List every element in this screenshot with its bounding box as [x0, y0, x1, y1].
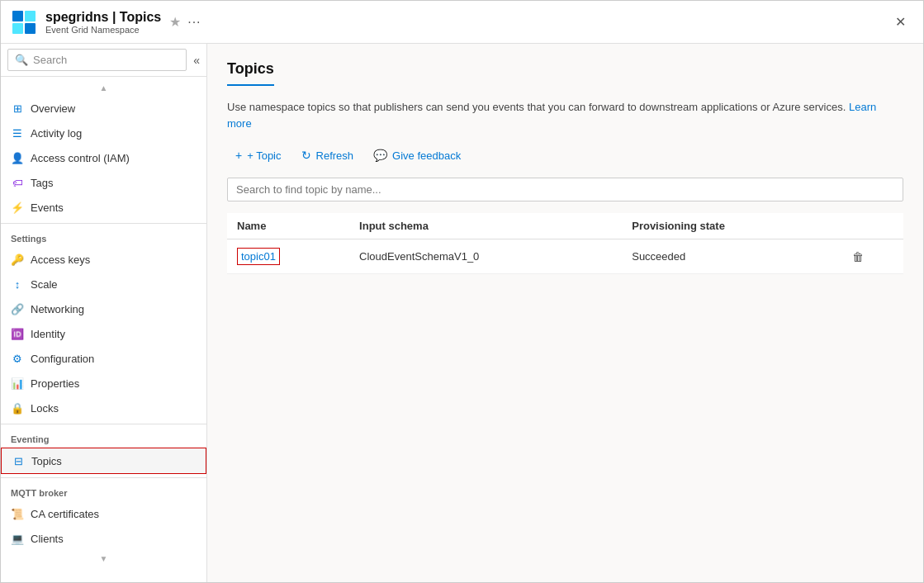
add-topic-button[interactable]: + + Topic: [227, 145, 290, 166]
sidebar-item-access-keys[interactable]: 🔑 Access keys: [1, 247, 206, 272]
body: 🔍 Search « ▲ ⊞ Overview ☰ Activity log: [1, 44, 923, 582]
sidebar-item-configuration[interactable]: ⚙ Configuration: [1, 346, 206, 371]
close-button[interactable]: ✕: [887, 9, 913, 36]
identity-icon: 🆔: [11, 327, 24, 340]
sidebar-item-identity[interactable]: 🆔 Identity: [1, 321, 206, 346]
ca-cert-icon: 📜: [11, 507, 24, 520]
sidebar-item-events[interactable]: ⚡ Events: [1, 195, 206, 220]
filter-bar: [227, 178, 903, 201]
scroll-down-indicator[interactable]: ▼: [1, 551, 206, 566]
window-subtitle: Event Grid Namespace: [45, 25, 161, 35]
col-input-schema: Input schema: [349, 213, 622, 239]
svg-rect-1: [25, 11, 36, 21]
sidebar-item-locks[interactable]: 🔒 Locks: [1, 396, 206, 420]
topics-table: Name Input schema Provisioning state top…: [227, 213, 903, 274]
settings-section-label: Settings: [1, 223, 206, 247]
sidebar-label-tags: Tags: [31, 177, 53, 189]
feedback-label: Give feedback: [392, 149, 461, 162]
sidebar-label-configuration: Configuration: [31, 353, 94, 365]
window-title: spegridns | Topics: [45, 10, 161, 25]
sidebar-item-overview[interactable]: ⊞ Overview: [1, 96, 206, 121]
sidebar-label-access-control: Access control (IAM): [31, 152, 130, 164]
eventing-section-label: Eventing: [1, 424, 206, 448]
sidebar-nav: ▲ ⊞ Overview ☰ Activity log 👤 Access con…: [1, 77, 206, 582]
col-name: Name: [227, 213, 349, 239]
provisioning-state-cell: Succeeded: [622, 239, 842, 274]
topics-icon: ⊟: [12, 454, 25, 467]
refresh-label: Refresh: [316, 149, 354, 162]
more-options-icon[interactable]: ···: [187, 15, 201, 30]
topic-name-link[interactable]: topic01: [237, 248, 280, 265]
sidebar-item-properties[interactable]: 📊 Properties: [1, 371, 206, 396]
col-actions: [842, 213, 903, 239]
input-schema-cell: CloudEventSchemaV1_0: [349, 239, 622, 274]
sidebar-label-activity-log: Activity log: [31, 127, 82, 140]
toolbar: + + Topic ↻ Refresh 💬 Give feedback: [227, 145, 903, 166]
sidebar-label-access-keys: Access keys: [31, 254, 90, 266]
scroll-up-indicator[interactable]: ▲: [1, 80, 206, 96]
table-header-row: Name Input schema Provisioning state: [227, 213, 903, 239]
sidebar-item-topics[interactable]: ⊟ Topics: [1, 448, 206, 474]
sidebar-label-overview: Overview: [31, 102, 75, 115]
col-provisioning-state: Provisioning state: [622, 213, 842, 239]
sidebar-item-clients[interactable]: 💻 Clients: [1, 526, 206, 551]
configuration-icon: ⚙: [11, 352, 24, 365]
sidebar-label-locks: Locks: [31, 402, 59, 415]
svg-rect-2: [12, 23, 23, 34]
sidebar-label-topics: Topics: [31, 455, 62, 467]
overview-icon: ⊞: [11, 102, 24, 115]
events-icon: ⚡: [11, 201, 24, 214]
refresh-icon: ↻: [301, 149, 311, 162]
svg-rect-0: [12, 11, 23, 21]
search-icon: 🔍: [15, 54, 28, 66]
feedback-button[interactable]: 💬 Give feedback: [365, 145, 469, 166]
tags-icon: 🏷: [11, 176, 24, 189]
sidebar-item-activity-log[interactable]: ☰ Activity log: [1, 121, 206, 145]
sidebar-label-identity: Identity: [31, 328, 65, 340]
table-row: topic01 CloudEventSchemaV1_0 Succeeded 🗑: [227, 239, 903, 274]
app-icon: [11, 9, 37, 36]
main-window: spegridns | Topics Event Grid Namespace …: [0, 0, 924, 583]
sidebar-label-properties: Properties: [31, 377, 79, 390]
scale-icon: ↕: [11, 277, 24, 291]
mqtt-section-label: MQTT broker: [1, 477, 206, 501]
sidebar-item-networking[interactable]: 🔗 Networking: [1, 296, 206, 321]
delete-button[interactable]: 🗑: [852, 250, 864, 263]
clients-icon: 💻: [11, 532, 24, 545]
sidebar-item-ca-certificates[interactable]: 📜 CA certificates: [1, 501, 206, 526]
access-keys-icon: 🔑: [11, 253, 24, 266]
networking-icon: 🔗: [11, 302, 24, 315]
topic-name-cell: topic01: [227, 239, 349, 274]
properties-icon: 📊: [11, 377, 24, 390]
search-box[interactable]: 🔍 Search: [7, 49, 187, 71]
sidebar: 🔍 Search « ▲ ⊞ Overview ☰ Activity log: [1, 44, 207, 582]
sidebar-label-events: Events: [31, 201, 64, 214]
actions-cell: 🗑: [842, 239, 903, 274]
sidebar-label-ca-certificates: CA certificates: [31, 508, 99, 520]
main-content: Topics Use namespace topics so that publ…: [207, 44, 923, 582]
locks-icon: 🔒: [11, 401, 24, 415]
filter-input[interactable]: [227, 178, 903, 201]
title-bar: spegridns | Topics Event Grid Namespace …: [1, 1, 923, 44]
search-placeholder: Search: [33, 54, 67, 66]
title-actions: ★ ···: [169, 14, 201, 30]
sidebar-item-scale[interactable]: ↕ Scale: [1, 272, 206, 296]
sidebar-label-networking: Networking: [31, 303, 84, 315]
sidebar-label-scale: Scale: [31, 278, 58, 291]
iam-icon: 👤: [11, 151, 24, 164]
refresh-button[interactable]: ↻ Refresh: [293, 145, 362, 166]
page-title: Topics: [227, 60, 274, 86]
sidebar-item-access-control[interactable]: 👤 Access control (IAM): [1, 145, 206, 170]
add-topic-label: + Topic: [247, 149, 281, 162]
add-icon: +: [235, 149, 242, 162]
title-text: spegridns | Topics Event Grid Namespace: [45, 10, 161, 35]
sidebar-label-clients: Clients: [31, 533, 64, 545]
feedback-icon: 💬: [373, 149, 387, 162]
activity-log-icon: ☰: [11, 126, 24, 140]
favorite-icon[interactable]: ★: [169, 14, 181, 30]
svg-rect-3: [25, 23, 36, 34]
collapse-icon[interactable]: «: [193, 54, 200, 67]
description-text: Use namespace topics so that publishers …: [227, 99, 903, 131]
sidebar-item-tags[interactable]: 🏷 Tags: [1, 170, 206, 195]
